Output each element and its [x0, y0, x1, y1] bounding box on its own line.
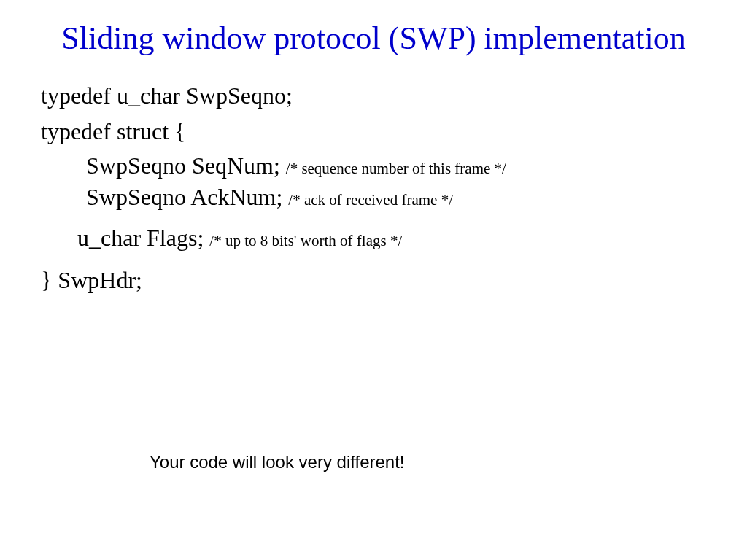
code-line-seqnum: SwpSeqno SeqNum; /* sequence number of t… — [41, 150, 747, 182]
code-line-1: typedef u_char SwpSeqno; — [41, 78, 747, 114]
acknum-declaration: SwpSeqno AckNum; — [86, 184, 282, 210]
note-text: Your code will look very different! — [150, 452, 405, 472]
code-line-close: } SwpHdr; — [41, 257, 747, 299]
flags-comment: /* up to 8 bits' worth of flags */ — [209, 232, 402, 249]
code-block: typedef u_char SwpSeqno; typedef struct … — [0, 58, 747, 299]
code-line-acknum: SwpSeqno AckNum; /* ack of received fram… — [41, 182, 747, 213]
slide-title: Sliding window protocol (SWP) implementa… — [0, 0, 747, 58]
seqnum-comment: /* sequence number of this frame */ — [286, 160, 506, 177]
acknum-comment: /* ack of received frame */ — [288, 191, 453, 209]
code-line-flags: u_char Flags; /* up to 8 bits' worth of … — [41, 213, 747, 257]
seqnum-declaration: SwpSeqno SeqNum; — [86, 152, 280, 179]
code-line-2: typedef struct { — [41, 114, 747, 150]
flags-declaration: u_char Flags; — [77, 225, 204, 251]
